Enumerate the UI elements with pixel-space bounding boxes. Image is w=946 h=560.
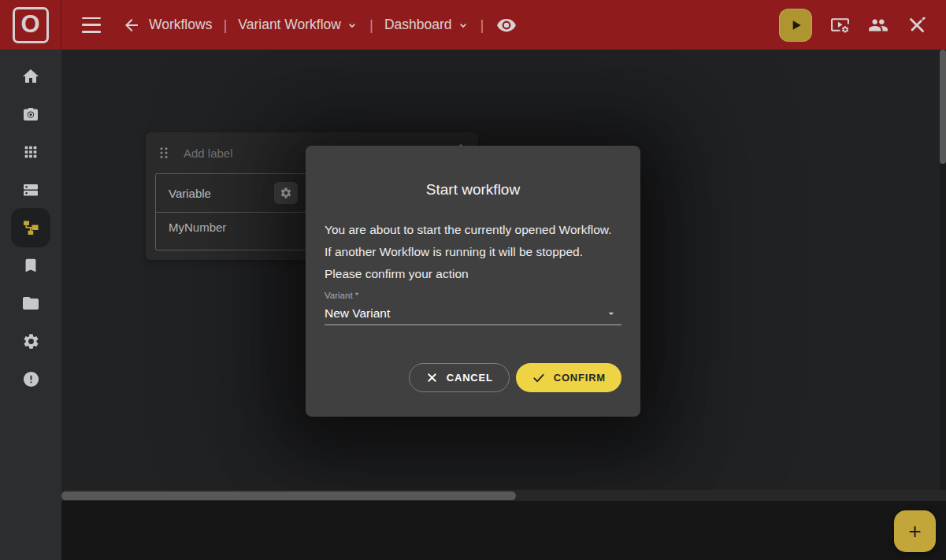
sidebar-item-apps[interactable] — [11, 133, 50, 171]
plus-icon: + — [908, 521, 921, 543]
field-type-label: Variable — [169, 187, 211, 200]
arrow-back-icon — [122, 16, 141, 35]
workflow-schema-icon — [21, 218, 40, 237]
dialog-body-line: Please confirm your action — [325, 263, 621, 285]
sidebar-item-camera[interactable] — [11, 95, 50, 133]
chevron-down-icon — [457, 19, 469, 32]
folder-icon — [21, 294, 40, 313]
sidebar-item-home[interactable] — [11, 57, 50, 95]
cancel-button[interactable]: CANCEL — [409, 363, 510, 392]
breadcrumb-divider: | — [369, 17, 373, 34]
gear-icon — [280, 187, 292, 199]
dialog-body-line: If another Workflow is running it will b… — [325, 241, 621, 263]
settings-gear-icon — [22, 332, 40, 350]
sidebar-item-files[interactable] — [11, 284, 50, 322]
top-header-bar: O Workflows | Variant Workflow | Dashboa… — [0, 0, 946, 50]
variant-workflow-label: Variant Workflow — [238, 17, 341, 33]
close-x-icon — [425, 371, 439, 384]
dialog-actions: CANCEL CONFIRM — [409, 363, 621, 392]
home-icon — [21, 67, 40, 86]
bottom-panel: + — [61, 501, 946, 560]
variant-select[interactable]: New Variant — [325, 302, 621, 325]
app-root: O Workflows | Variant Workflow | Dashboa… — [0, 0, 946, 560]
sidebar-item-settings[interactable] — [11, 322, 50, 360]
cancel-button-label: CANCEL — [447, 372, 493, 384]
eye-icon — [496, 15, 517, 35]
sidebar-item-bookmarks[interactable] — [11, 247, 50, 284]
chevron-down-icon — [346, 19, 358, 32]
video-settings-button[interactable] — [830, 15, 850, 35]
sidebar-item-workflows-active[interactable] — [11, 208, 50, 247]
start-workflow-dialog: Start workflow You are about to start th… — [306, 146, 640, 417]
left-sidebar — [0, 50, 61, 560]
workflows-label: Workflows — [149, 17, 212, 33]
dashboard-label: Dashboard — [384, 17, 452, 33]
dialog-body-line: You are about to start the currently ope… — [325, 219, 621, 241]
breadcrumb: Workflows | Variant Workflow | Dashboard… — [149, 15, 517, 35]
horizontal-scrollbar-thumb[interactable] — [61, 491, 516, 500]
logo-letter: O — [20, 12, 39, 36]
people-group-icon — [868, 15, 888, 35]
edit-off-icon — [907, 15, 927, 35]
app-logo: O — [0, 0, 61, 50]
video-settings-icon — [830, 15, 850, 35]
breadcrumb-divider: | — [223, 17, 227, 34]
menu-hamburger-button[interactable] — [81, 17, 102, 33]
breadcrumb-divider: | — [480, 17, 484, 34]
exit-edit-mode-button[interactable] — [907, 15, 927, 35]
field-settings-button[interactable] — [274, 182, 298, 204]
data-rows-icon — [21, 180, 40, 199]
check-icon — [532, 371, 546, 385]
vertical-scrollbar-thumb[interactable] — [940, 50, 946, 164]
camera-icon — [21, 105, 40, 124]
confirm-button-label: CONFIRM — [554, 372, 606, 384]
dropdown-caret-icon — [603, 307, 620, 320]
bookmark-icon — [22, 257, 39, 274]
logo-frame: O — [13, 7, 49, 43]
drag-handle-icon[interactable] — [157, 145, 171, 161]
variant-selected-value: New Variant — [325, 306, 390, 321]
vertical-scrollbar-track — [940, 50, 946, 490]
apps-grid-icon — [22, 143, 39, 161]
sidebar-item-datasets[interactable] — [11, 171, 50, 209]
error-icon — [22, 370, 40, 388]
workflow-canvas: Variable MyNumber Start workflow You are… — [61, 50, 946, 490]
breadcrumb-variant-workflow-dropdown[interactable]: Variant Workflow — [238, 17, 358, 33]
sidebar-item-errors[interactable] — [11, 360, 50, 398]
back-arrow-button[interactable] — [122, 16, 141, 35]
horizontal-scrollbar-track — [61, 490, 946, 501]
users-button[interactable] — [868, 15, 888, 35]
run-workflow-play-button[interactable] — [779, 9, 812, 42]
variant-field-label: Variant * — [325, 291, 621, 300]
dialog-title: Start workflow — [306, 181, 640, 198]
dialog-body: You are about to start the currently ope… — [325, 219, 621, 285]
preview-eye-button[interactable] — [496, 15, 517, 35]
confirm-button[interactable]: CONFIRM — [516, 363, 621, 392]
breadcrumb-workflows[interactable]: Workflows — [149, 17, 212, 33]
breadcrumb-dashboard-dropdown[interactable]: Dashboard — [384, 17, 469, 33]
field-name-value: MyNumber — [169, 221, 226, 234]
play-icon — [788, 17, 803, 33]
add-fab-button[interactable]: + — [894, 510, 936, 552]
